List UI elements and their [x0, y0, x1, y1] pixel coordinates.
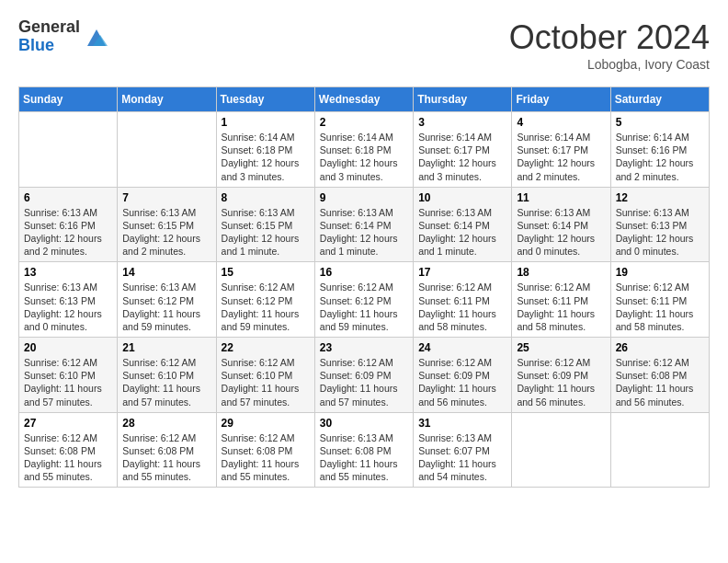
location-subtitle: Lobogba, Ivory Coast	[509, 57, 710, 72]
day-info: Sunrise: 6:12 AM Sunset: 6:11 PM Dayligh…	[517, 281, 605, 333]
day-info: Sunrise: 6:14 AM Sunset: 6:17 PM Dayligh…	[517, 131, 605, 183]
day-info: Sunrise: 6:13 AM Sunset: 6:14 PM Dayligh…	[320, 206, 408, 259]
day-number: 9	[320, 191, 408, 204]
calendar-day-cell: 9Sunrise: 6:13 AM Sunset: 6:14 PM Daylig…	[314, 187, 413, 262]
calendar-day-cell: 28Sunrise: 6:12 AM Sunset: 6:08 PM Dayli…	[118, 412, 216, 488]
day-number: 26	[616, 341, 704, 354]
weekday-header-tuesday: Tuesday	[216, 87, 314, 112]
day-number: 8	[222, 191, 310, 204]
day-info: Sunrise: 6:12 AM Sunset: 6:12 PM Dayligh…	[222, 281, 310, 333]
calendar-day-cell	[118, 112, 216, 188]
day-number: 25	[517, 341, 605, 354]
calendar-day-cell: 11Sunrise: 6:13 AM Sunset: 6:14 PM Dayli…	[512, 187, 610, 262]
day-number: 29	[222, 417, 310, 430]
day-info: Sunrise: 6:13 AM Sunset: 6:16 PM Dayligh…	[24, 206, 112, 259]
day-info: Sunrise: 6:13 AM Sunset: 6:07 PM Dayligh…	[418, 431, 506, 484]
day-number: 1	[222, 116, 310, 129]
calendar-day-cell: 6Sunrise: 6:13 AM Sunset: 6:16 PM Daylig…	[19, 187, 118, 262]
day-info: Sunrise: 6:12 AM Sunset: 6:08 PM Dayligh…	[24, 431, 112, 484]
day-info: Sunrise: 6:12 AM Sunset: 6:09 PM Dayligh…	[418, 356, 506, 408]
calendar-day-cell: 30Sunrise: 6:13 AM Sunset: 6:08 PM Dayli…	[314, 412, 413, 488]
title-block: October 2024 Lobogba, Ivory Coast	[509, 18, 710, 72]
day-number: 19	[616, 266, 704, 279]
calendar-day-cell: 5Sunrise: 6:14 AM Sunset: 6:16 PM Daylig…	[610, 112, 709, 188]
day-info: Sunrise: 6:13 AM Sunset: 6:14 PM Dayligh…	[418, 206, 506, 259]
logo-general-text: General	[18, 18, 80, 37]
day-number: 10	[418, 191, 506, 204]
day-number: 16	[320, 266, 408, 279]
day-info: Sunrise: 6:14 AM Sunset: 6:18 PM Dayligh…	[222, 131, 310, 183]
day-number: 22	[222, 341, 310, 354]
calendar-day-cell: 16Sunrise: 6:12 AM Sunset: 6:12 PM Dayli…	[314, 262, 413, 338]
day-number: 7	[122, 191, 210, 204]
calendar-day-cell: 23Sunrise: 6:12 AM Sunset: 6:09 PM Dayli…	[314, 338, 413, 413]
day-number: 28	[122, 417, 210, 430]
logo-blue-text: Blue	[18, 37, 80, 55]
day-info: Sunrise: 6:13 AM Sunset: 6:14 PM Dayligh…	[517, 206, 605, 259]
calendar-table: SundayMondayTuesdayWednesdayThursdayFrid…	[18, 86, 710, 488]
calendar-day-cell: 27Sunrise: 6:12 AM Sunset: 6:08 PM Dayli…	[19, 412, 118, 488]
day-number: 30	[320, 417, 408, 430]
day-info: Sunrise: 6:12 AM Sunset: 6:09 PM Dayligh…	[320, 356, 408, 408]
weekday-header-row: SundayMondayTuesdayWednesdayThursdayFrid…	[19, 87, 710, 112]
calendar-day-cell: 7Sunrise: 6:13 AM Sunset: 6:15 PM Daylig…	[118, 187, 216, 262]
day-info: Sunrise: 6:13 AM Sunset: 6:08 PM Dayligh…	[320, 431, 408, 484]
weekday-header-thursday: Thursday	[414, 87, 512, 112]
day-info: Sunrise: 6:12 AM Sunset: 6:10 PM Dayligh…	[24, 356, 112, 408]
day-info: Sunrise: 6:12 AM Sunset: 6:08 PM Dayligh…	[616, 356, 704, 408]
logo: General Blue	[18, 18, 109, 55]
day-info: Sunrise: 6:14 AM Sunset: 6:16 PM Dayligh…	[616, 131, 704, 183]
weekday-header-wednesday: Wednesday	[314, 87, 413, 112]
day-info: Sunrise: 6:14 AM Sunset: 6:17 PM Dayligh…	[418, 131, 506, 183]
calendar-day-cell: 24Sunrise: 6:12 AM Sunset: 6:09 PM Dayli…	[414, 338, 512, 413]
calendar-day-cell	[512, 412, 610, 488]
day-number: 21	[122, 341, 210, 354]
day-info: Sunrise: 6:12 AM Sunset: 6:11 PM Dayligh…	[418, 281, 506, 333]
day-info: Sunrise: 6:12 AM Sunset: 6:09 PM Dayligh…	[517, 356, 605, 408]
calendar-day-cell: 15Sunrise: 6:12 AM Sunset: 6:12 PM Dayli…	[216, 262, 314, 338]
calendar-day-cell	[19, 112, 118, 188]
calendar-day-cell: 21Sunrise: 6:12 AM Sunset: 6:10 PM Dayli…	[118, 338, 216, 413]
day-number: 12	[616, 191, 704, 204]
calendar-day-cell: 4Sunrise: 6:14 AM Sunset: 6:17 PM Daylig…	[512, 112, 610, 188]
calendar-day-cell: 20Sunrise: 6:12 AM Sunset: 6:10 PM Dayli…	[19, 338, 118, 413]
day-number: 17	[418, 266, 506, 279]
calendar-day-cell: 8Sunrise: 6:13 AM Sunset: 6:15 PM Daylig…	[216, 187, 314, 262]
day-info: Sunrise: 6:12 AM Sunset: 6:10 PM Dayligh…	[122, 356, 210, 408]
day-number: 24	[418, 341, 506, 354]
day-number: 20	[24, 341, 112, 354]
calendar-day-cell: 31Sunrise: 6:13 AM Sunset: 6:07 PM Dayli…	[414, 412, 512, 488]
day-number: 6	[24, 191, 112, 204]
month-title: October 2024	[509, 18, 710, 57]
day-number: 15	[222, 266, 310, 279]
calendar-day-cell: 29Sunrise: 6:12 AM Sunset: 6:08 PM Dayli…	[216, 412, 314, 488]
calendar-day-cell: 25Sunrise: 6:12 AM Sunset: 6:09 PM Dayli…	[512, 338, 610, 413]
weekday-header-saturday: Saturday	[610, 87, 709, 112]
weekday-header-sunday: Sunday	[19, 87, 118, 112]
day-number: 2	[320, 116, 408, 129]
weekday-header-friday: Friday	[512, 87, 610, 112]
day-number: 23	[320, 341, 408, 354]
calendar-week-row: 6Sunrise: 6:13 AM Sunset: 6:16 PM Daylig…	[19, 187, 710, 262]
calendar-week-row: 13Sunrise: 6:13 AM Sunset: 6:13 PM Dayli…	[19, 262, 710, 338]
logo-icon	[84, 24, 109, 50]
calendar-week-row: 20Sunrise: 6:12 AM Sunset: 6:10 PM Dayli…	[19, 338, 710, 413]
day-info: Sunrise: 6:12 AM Sunset: 6:08 PM Dayligh…	[122, 431, 210, 484]
calendar-day-cell: 3Sunrise: 6:14 AM Sunset: 6:17 PM Daylig…	[414, 112, 512, 188]
calendar-day-cell: 17Sunrise: 6:12 AM Sunset: 6:11 PM Dayli…	[414, 262, 512, 338]
day-number: 31	[418, 417, 506, 430]
day-number: 27	[24, 417, 112, 430]
day-info: Sunrise: 6:13 AM Sunset: 6:13 PM Dayligh…	[616, 206, 704, 259]
day-info: Sunrise: 6:13 AM Sunset: 6:12 PM Dayligh…	[122, 281, 210, 333]
day-number: 4	[517, 116, 605, 129]
calendar-day-cell: 18Sunrise: 6:12 AM Sunset: 6:11 PM Dayli…	[512, 262, 610, 338]
day-info: Sunrise: 6:12 AM Sunset: 6:11 PM Dayligh…	[616, 281, 704, 333]
day-info: Sunrise: 6:13 AM Sunset: 6:13 PM Dayligh…	[24, 281, 112, 333]
calendar-day-cell: 12Sunrise: 6:13 AM Sunset: 6:13 PM Dayli…	[610, 187, 709, 262]
calendar-day-cell	[610, 412, 709, 488]
page-header: General Blue October 2024 Lobogba, Ivory…	[18, 18, 710, 72]
day-info: Sunrise: 6:13 AM Sunset: 6:15 PM Dayligh…	[222, 206, 310, 259]
calendar-day-cell: 1Sunrise: 6:14 AM Sunset: 6:18 PM Daylig…	[216, 112, 314, 188]
day-info: Sunrise: 6:14 AM Sunset: 6:18 PM Dayligh…	[320, 131, 408, 183]
calendar-day-cell: 22Sunrise: 6:12 AM Sunset: 6:10 PM Dayli…	[216, 338, 314, 413]
